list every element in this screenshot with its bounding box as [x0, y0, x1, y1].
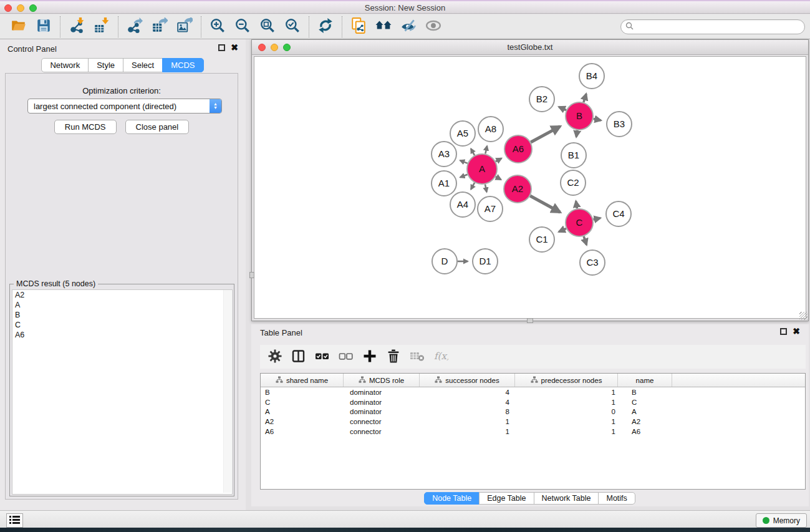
close-panel-icon[interactable]: ✖ — [231, 44, 238, 51]
tab-node-table[interactable]: Node Table — [424, 492, 480, 505]
table-cell[interactable]: dominator — [344, 408, 420, 415]
column-header-successor-nodes[interactable]: successor nodes — [420, 374, 515, 387]
open-session-button[interactable] — [6, 16, 31, 38]
close-table-panel-icon[interactable]: ✖ — [793, 328, 800, 335]
zoom-in-button[interactable] — [205, 16, 230, 38]
table-cell[interactable]: 1 — [515, 418, 618, 425]
node-B4[interactable]: B4 — [579, 64, 604, 89]
table-cell[interactable]: dominator — [344, 389, 420, 396]
mcds-result-list[interactable]: A2ABCA6 — [12, 289, 233, 495]
memory-button[interactable]: Memory — [756, 513, 807, 528]
table-cell[interactable]: B — [618, 389, 672, 396]
edge-A-A5[interactable] — [471, 148, 475, 155]
node-B3[interactable]: B3 — [607, 112, 632, 137]
edge-A-A1[interactable] — [460, 175, 468, 177]
tab-style[interactable]: Style — [88, 58, 123, 72]
table-cell[interactable]: 1 — [420, 428, 515, 435]
home-view-button[interactable] — [371, 16, 396, 38]
node-D1[interactable]: D1 — [473, 249, 498, 274]
delete-column-button[interactable] — [383, 347, 404, 367]
table-cell[interactable]: A6 — [261, 428, 344, 435]
edge-A6-B[interactable] — [531, 127, 560, 142]
run-mcds-button[interactable]: Run MCDS — [54, 120, 117, 134]
copy-network-button[interactable] — [346, 16, 371, 38]
bottom-edge-handle[interactable] — [527, 318, 533, 323]
column-visibility-button[interactable] — [288, 347, 309, 367]
table-cell[interactable]: dominator — [344, 399, 420, 406]
mcds-result-item[interactable]: A2 — [12, 290, 232, 300]
table-cell[interactable]: C — [618, 399, 672, 406]
tab-network-table[interactable]: Network Table — [534, 492, 599, 505]
refresh-button[interactable] — [313, 16, 338, 38]
column-header-shared-name[interactable]: shared name — [261, 374, 344, 387]
column-header-predecessor-nodes[interactable]: predecessor nodes — [515, 374, 618, 387]
edge-A-A4[interactable] — [471, 183, 475, 190]
float-panel-icon[interactable] — [218, 44, 225, 51]
node-A[interactable]: A — [467, 154, 497, 184]
mcds-result-item[interactable]: A — [12, 300, 232, 310]
export-image-button[interactable] — [172, 16, 197, 38]
table-cell[interactable]: 1 — [420, 418, 515, 425]
node-A1[interactable]: A1 — [432, 171, 456, 196]
add-column-button[interactable] — [359, 347, 380, 367]
table-cell[interactable]: A — [618, 408, 672, 415]
table-cell[interactable]: B — [261, 389, 344, 396]
tab-mcds[interactable]: MCDS — [162, 58, 203, 72]
node-A5[interactable]: A5 — [450, 121, 475, 146]
table-cell[interactable]: 8 — [420, 408, 515, 415]
node-B2[interactable]: B2 — [529, 87, 554, 112]
column-header-mcds-role[interactable]: MCDS role — [344, 374, 420, 387]
table-row[interactable]: Adominator80A — [261, 407, 805, 417]
node-A4[interactable]: A4 — [450, 192, 475, 217]
edge-B-B2[interactable] — [559, 107, 566, 110]
column-header-name[interactable]: name — [618, 374, 672, 387]
tab-network[interactable]: Network — [41, 58, 89, 72]
task-history-button[interactable] — [6, 513, 23, 528]
table-cell[interactable]: 1 — [515, 389, 618, 396]
hide-labels-button[interactable] — [396, 16, 421, 38]
zoom-selected-button[interactable] — [280, 16, 305, 38]
save-session-button[interactable] — [31, 16, 56, 38]
node-B1[interactable]: B1 — [561, 143, 586, 168]
result-list-scrollbar[interactable] — [223, 290, 231, 493]
left-edge-handle[interactable] — [249, 272, 254, 278]
node-C1[interactable]: C1 — [529, 227, 554, 252]
zoom-out-button[interactable] — [230, 16, 255, 38]
table-cell[interactable]: A6 — [618, 428, 672, 435]
criterion-dropdown[interactable]: largest connected component (directed) ▲… — [27, 99, 222, 114]
show-overview-button[interactable] — [421, 16, 446, 38]
table-cell[interactable]: A — [261, 408, 344, 415]
node-A7[interactable]: A7 — [478, 196, 503, 221]
table-cell[interactable]: 1 — [515, 428, 618, 435]
edge-A-A3[interactable] — [460, 160, 468, 163]
table-cell[interactable]: A2 — [261, 418, 344, 425]
export-table-button[interactable] — [147, 16, 172, 38]
float-table-panel-icon[interactable] — [780, 328, 787, 335]
edge-B-B4[interactable] — [584, 94, 586, 102]
node-A2[interactable]: A2 — [504, 175, 531, 203]
edge-A2-C[interactable] — [530, 196, 560, 212]
search-input[interactable] — [636, 22, 804, 31]
table-row[interactable]: Cdominator41C — [261, 397, 805, 407]
node-C4[interactable]: C4 — [606, 201, 631, 226]
close-panel-button[interactable]: Close panel — [125, 120, 190, 134]
export-network-button[interactable] — [122, 16, 147, 38]
node-A3[interactable]: A3 — [432, 142, 456, 167]
mcds-result-item[interactable]: A6 — [12, 330, 232, 340]
node-A8[interactable]: A8 — [478, 117, 503, 142]
mcds-result-item[interactable]: C — [12, 320, 232, 330]
deselect-all-button[interactable] — [335, 347, 357, 367]
zoom-fit-button[interactable] — [255, 16, 280, 38]
node-A6[interactable]: A6 — [504, 135, 532, 163]
node-C[interactable]: C — [566, 209, 593, 236]
table-cell[interactable]: 1 — [515, 399, 618, 406]
table-cell[interactable]: C — [261, 399, 344, 406]
table-cell[interactable]: connector — [344, 418, 420, 425]
import-table-button[interactable] — [89, 16, 114, 38]
select-all-button[interactable] — [312, 347, 333, 367]
edge-A-A2[interactable] — [496, 177, 501, 180]
edge-A-A6[interactable] — [496, 158, 501, 162]
node-C3[interactable]: C3 — [580, 250, 605, 275]
node-B[interactable]: B — [566, 102, 593, 130]
resize-grip[interactable] — [799, 312, 808, 320]
